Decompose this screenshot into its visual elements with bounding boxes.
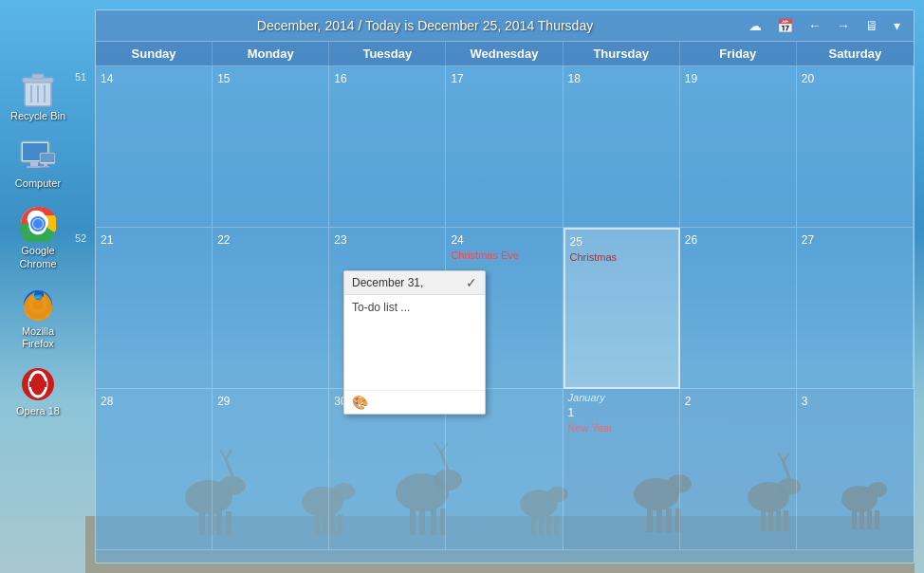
- christmas-event: Christmas: [570, 251, 674, 263]
- cell-jan-2[interactable]: 2: [680, 389, 797, 550]
- chevron-down-icon[interactable]: ▾: [890, 16, 904, 35]
- date-jan-1: 1: [568, 406, 575, 419]
- cell-27[interactable]: 27: [797, 228, 914, 389]
- svg-rect-75: [29, 381, 46, 387]
- date-26: 26: [685, 233, 697, 247]
- date-18: 18: [568, 72, 581, 85]
- cell-14[interactable]: 51 14: [96, 66, 213, 228]
- note-body[interactable]: To-do list ...: [344, 295, 485, 390]
- opera-label: Opera 18: [16, 405, 60, 417]
- date-jan-2: 2: [685, 395, 692, 408]
- day-tuesday: Tuesday: [329, 42, 446, 65]
- christmas-eve-event: Christmas Eve: [451, 250, 557, 261]
- date-23: 23: [334, 233, 346, 247]
- recycle-bin-label: Recycle Bin: [10, 110, 65, 122]
- cell-22[interactable]: 22: [213, 228, 329, 389]
- computer-image: [19, 138, 57, 176]
- cell-26[interactable]: 26: [680, 228, 797, 389]
- cell-15[interactable]: 15: [213, 66, 329, 228]
- note-check-icon[interactable]: ✓: [466, 275, 477, 290]
- day-saturday: Saturday: [797, 42, 914, 65]
- note-title: December 31,: [352, 276, 423, 289]
- cloud-icon[interactable]: ☁: [745, 16, 766, 35]
- calendar-days-header: Sunday Monday Tuesday Wednesday Thursday…: [96, 42, 914, 66]
- calendar-grid: 51 14 15 16 17 18 19 20 52 21 22 23: [96, 66, 914, 550]
- date-27: 27: [802, 233, 814, 247]
- note-footer: 🎨: [344, 390, 485, 414]
- date-25: 25: [570, 235, 582, 249]
- chrome-label: Google Chrome: [9, 245, 67, 269]
- svg-rect-65: [42, 166, 49, 168]
- svg-point-69: [33, 219, 43, 229]
- day-thursday: Thursday: [564, 42, 680, 65]
- note-text: To-do list ...: [352, 301, 410, 314]
- calendar-view-icon[interactable]: 📅: [773, 16, 797, 35]
- week-52: 52: [75, 232, 86, 244]
- date-17: 17: [451, 72, 463, 85]
- cell-jan-3[interactable]: 3: [797, 389, 914, 550]
- svg-rect-60: [30, 162, 38, 166]
- date-21: 21: [101, 233, 113, 247]
- svg-rect-63: [41, 154, 54, 162]
- date-16: 16: [334, 72, 346, 85]
- day-sunday: Sunday: [96, 42, 213, 65]
- opera-icon[interactable]: Opera 18: [5, 361, 71, 421]
- cell-20[interactable]: 20: [797, 66, 914, 228]
- cell-19[interactable]: 19: [680, 66, 797, 228]
- computer-icon[interactable]: Computer: [5, 134, 71, 194]
- date-15: 15: [217, 72, 230, 85]
- date-22: 22: [217, 233, 230, 247]
- firefox-image: [19, 286, 57, 323]
- day-monday: Monday: [213, 42, 329, 65]
- chrome-image: [19, 205, 57, 243]
- date-jan-3: 3: [802, 395, 808, 408]
- date-20: 20: [802, 72, 814, 85]
- calendar-widget: December, 2014 / Today is December 25, 2…: [95, 9, 915, 564]
- date-19: 19: [685, 72, 697, 85]
- cell-29[interactable]: 29: [213, 389, 329, 550]
- back-icon[interactable]: ←: [804, 16, 825, 35]
- day-wednesday: Wednesday: [446, 42, 563, 65]
- mozilla-firefox-icon[interactable]: Mozilla Firefox: [5, 282, 71, 354]
- forward-icon[interactable]: →: [833, 16, 854, 35]
- svg-rect-54: [32, 74, 44, 79]
- cell-jan-1[interactable]: January 1 New Year: [564, 389, 680, 550]
- cell-17[interactable]: 17: [446, 66, 563, 228]
- cell-21[interactable]: 52 21: [96, 228, 213, 389]
- date-24: 24: [451, 233, 463, 247]
- paint-icon[interactable]: 🎨: [352, 395, 368, 410]
- week-51: 51: [75, 71, 86, 83]
- svg-rect-64: [44, 164, 47, 166]
- monitor-icon[interactable]: 🖥: [861, 16, 882, 35]
- day-friday: Friday: [680, 42, 797, 65]
- calendar-title: December, 2014 / Today is December 25, 2…: [105, 18, 745, 33]
- note-header: December 31, ✓: [344, 271, 485, 295]
- recycle-bin-icon[interactable]: Recycle Bin: [5, 66, 71, 126]
- calendar-header: December, 2014 / Today is December 25, 2…: [96, 10, 914, 42]
- calendar-nav: ☁ 📅 ← → 🖥 ▾: [745, 16, 904, 35]
- cell-25-today[interactable]: 25 Christmas: [564, 228, 680, 389]
- cell-18[interactable]: 18: [564, 66, 680, 228]
- google-chrome-icon[interactable]: Google Chrome: [5, 201, 71, 273]
- new-year-event: New Year: [568, 422, 675, 434]
- cell-16[interactable]: 16: [329, 66, 446, 228]
- svg-rect-61: [27, 166, 42, 168]
- january-label: January: [568, 392, 675, 403]
- desktop-icons-panel: Recycle Bin Computer: [0, 66, 76, 421]
- firefox-label: Mozilla Firefox: [9, 325, 67, 350]
- opera-image: [19, 365, 57, 403]
- date-28: 28: [101, 395, 113, 408]
- date-14: 14: [101, 72, 113, 85]
- note-popup: December 31, ✓ To-do list ... 🎨: [343, 270, 486, 415]
- computer-label: Computer: [15, 177, 61, 190]
- date-29: 29: [217, 395, 230, 408]
- cell-28[interactable]: 28: [96, 389, 213, 550]
- recycle-bin-image: [19, 70, 57, 108]
